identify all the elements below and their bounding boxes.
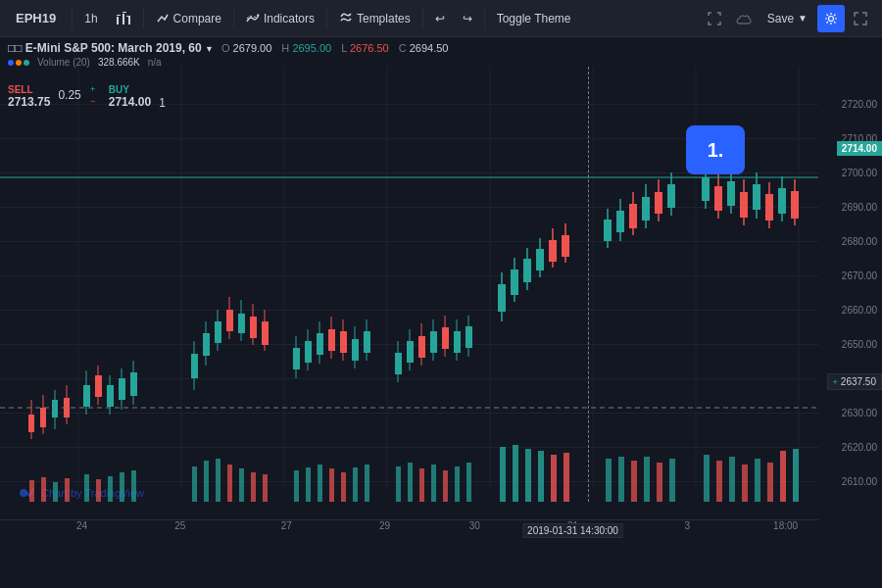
svg-rect-124 [120, 472, 124, 502]
sell-price: 2713.75 [8, 95, 50, 109]
svg-rect-166 [793, 449, 799, 502]
time-label-30: 30 [469, 520, 480, 531]
svg-rect-34 [191, 354, 198, 378]
svg-rect-40 [226, 310, 233, 331]
svg-rect-60 [364, 331, 370, 353]
svg-rect-118 [41, 477, 46, 502]
svg-rect-2 [122, 14, 124, 24]
svg-rect-131 [251, 472, 256, 502]
step-badge: 1. [686, 125, 745, 174]
svg-rect-42 [238, 314, 245, 333]
svg-rect-148 [513, 445, 518, 502]
ind-dot-3 [24, 60, 29, 66]
sell-side: SELL 2713.75 [8, 84, 50, 109]
svg-rect-92 [629, 204, 637, 228]
svg-rect-140 [396, 466, 401, 502]
svg-rect-24 [83, 385, 90, 407]
svg-rect-106 [740, 192, 748, 218]
qty-plus-button[interactable]: + [85, 84, 101, 94]
svg-rect-74 [466, 326, 472, 348]
svg-rect-121 [84, 474, 89, 502]
svg-rect-72 [454, 331, 461, 353]
fullscreen-icon [708, 12, 721, 25]
vertical-cursor-line [588, 67, 589, 502]
svg-rect-18 [40, 408, 46, 427]
price-label-2690: 2690.00 [842, 202, 877, 213]
svg-rect-152 [564, 453, 569, 502]
chart-ohlc: O 2679.00 H 2695.00 L 2676.50 C 2694.50 [221, 42, 449, 54]
svg-rect-149 [525, 449, 531, 502]
svg-rect-30 [119, 378, 125, 400]
time-label-29: 29 [379, 520, 390, 531]
redo-button[interactable]: ↪ [455, 8, 480, 29]
indicators-button[interactable]: Indicators [238, 8, 322, 29]
save-button[interactable]: Save ▼ [760, 8, 815, 29]
divider-2 [143, 8, 144, 29]
time-label-3: 3 [685, 520, 691, 531]
svg-rect-68 [430, 331, 437, 353]
templates-button[interactable]: Templates [331, 8, 418, 29]
svg-rect-138 [353, 467, 358, 502]
svg-rect-129 [227, 465, 232, 502]
svg-rect-26 [95, 375, 102, 397]
svg-rect-117 [29, 480, 34, 502]
ohlc-h: H 2695.00 [281, 42, 331, 54]
svg-rect-128 [216, 459, 220, 502]
svg-rect-70 [442, 327, 449, 349]
svg-rect-96 [655, 192, 662, 214]
ohlc-o: O 2679.00 [221, 42, 271, 54]
svg-rect-28 [107, 385, 114, 407]
undo-button[interactable]: ↩ [427, 8, 453, 29]
time-label-27: 27 [281, 520, 292, 531]
price-label-2660: 2660.00 [842, 305, 877, 316]
chart-info-bar: □□ E-Mini S&P 500: March 2019, 60 ▼ O 26… [0, 37, 882, 72]
fullscreen-button[interactable] [701, 5, 728, 32]
chart-title: □□ E-Mini S&P 500: March 2019, 60 ▼ [8, 41, 214, 55]
timeframe-button[interactable]: 1h [76, 8, 105, 29]
svg-rect-153 [606, 459, 612, 502]
svg-rect-5 [126, 16, 130, 17]
svg-rect-32 [130, 372, 137, 396]
svg-rect-108 [753, 184, 760, 210]
svg-rect-155 [631, 461, 637, 502]
expand-button[interactable] [847, 5, 874, 32]
svg-rect-157 [657, 463, 662, 502]
svg-rect-161 [729, 457, 735, 502]
svg-rect-154 [618, 457, 624, 502]
svg-rect-76 [498, 284, 506, 312]
svg-rect-110 [765, 194, 773, 220]
svg-rect-58 [352, 339, 359, 361]
cloud-icon [736, 13, 752, 24]
timeframe-label: 1h [84, 12, 97, 25]
qty-area: 0.25 + − [58, 84, 100, 106]
chart-title-text: E-Mini S&P 500: March 2019, 60 [25, 41, 202, 55]
svg-rect-151 [551, 455, 557, 502]
ind-dot-1 [8, 60, 14, 66]
bar-chart-icon [116, 11, 131, 26]
divider-1 [72, 8, 73, 29]
svg-rect-126 [192, 466, 197, 502]
chart-type-button[interactable] [108, 7, 139, 30]
compare-button[interactable]: Compare [148, 8, 229, 29]
cloud-button[interactable] [730, 5, 758, 32]
svg-rect-119 [53, 482, 58, 502]
indicators-label: Indicators [264, 12, 315, 25]
toggle-theme-button[interactable]: Toggle Theme [489, 8, 579, 29]
svg-rect-78 [511, 270, 518, 295]
templates-label: Templates [357, 12, 411, 25]
divider-4 [326, 8, 327, 29]
qty-minus-button[interactable]: − [85, 96, 101, 106]
svg-rect-1 [117, 15, 121, 16]
svg-rect-86 [562, 235, 569, 257]
svg-rect-122 [96, 479, 101, 502]
settings-button[interactable] [817, 5, 845, 32]
svg-rect-16 [28, 415, 34, 432]
svg-rect-66 [418, 336, 425, 358]
time-label-25: 25 [174, 520, 185, 531]
svg-rect-46 [262, 321, 269, 345]
qty-value: 0.25 [58, 88, 80, 102]
volume-na: n/a [148, 57, 162, 68]
svg-rect-38 [215, 321, 221, 343]
dashed-price-badge: + 2637.50 [827, 373, 882, 390]
svg-rect-156 [644, 457, 650, 502]
